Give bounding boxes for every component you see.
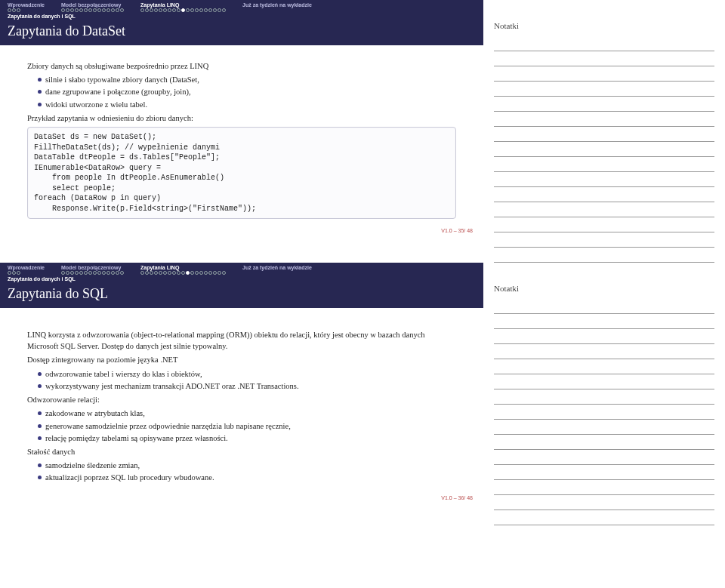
bullet-list: zakodowane w atrybutach klas,generowane …	[27, 408, 456, 444]
progress-dot	[204, 8, 208, 12]
note-line	[494, 450, 714, 465]
progress-dots	[140, 271, 226, 275]
note-line	[494, 97, 714, 112]
progress-dot	[150, 8, 153, 12]
note-line	[494, 480, 714, 495]
progress-dot	[186, 8, 190, 12]
progress-dot	[204, 271, 208, 275]
note-line	[494, 36, 714, 51]
progress-dot	[66, 271, 69, 275]
progress-dot	[8, 271, 11, 275]
progress-dot	[106, 271, 110, 275]
progress-dot	[218, 271, 221, 275]
progress-dot	[97, 8, 101, 12]
progress-dots	[61, 271, 124, 275]
progress-dot	[172, 271, 176, 275]
note-line	[494, 112, 714, 127]
bullet-item: generowane samodzielnie przez odpowiedni…	[38, 420, 456, 432]
progress-dot	[61, 8, 65, 12]
progress-dot	[172, 8, 176, 12]
progress-dot	[177, 8, 180, 12]
progress-dot	[84, 8, 88, 12]
bullet-item: zakodowane w atrybutach klas,	[38, 408, 456, 419]
header-section-label: Wprowadzenie	[8, 2, 45, 8]
note-line	[494, 495, 714, 510]
progress-dot	[150, 271, 153, 275]
note-line	[494, 172, 714, 187]
note-line	[494, 232, 714, 248]
progress-dot	[145, 271, 149, 275]
bullet-item: odwzorowanie tabel i wierszy do klas i o…	[38, 368, 456, 380]
note-line	[494, 405, 714, 420]
header-section: Wprowadzenie	[8, 2, 45, 12]
header-section: Model bezpołączeniowy	[61, 2, 124, 12]
bullet-item: widoki utworzone z wielu tabel.	[38, 99, 456, 110]
progress-dot	[97, 271, 101, 275]
beamer-header: WprowadzenieModel bezpołączeniowyZapytan…	[0, 263, 483, 283]
note-line	[494, 389, 714, 405]
progress-dot	[218, 8, 221, 12]
note-line	[494, 465, 714, 480]
progress-dot	[159, 271, 162, 275]
header-section-label: Zapytania LINQ	[140, 2, 226, 8]
bullet-item: aktualizacji poprzez SQL lub procedury w…	[38, 472, 456, 483]
note-line	[494, 435, 714, 450]
progress-dot	[116, 271, 119, 275]
header-subsection: Zapytania do danych i SQL	[8, 14, 476, 19]
slide2-row: WprowadzenieModel bezpołączeniowyZapytan…	[0, 263, 725, 525]
progress-dot	[66, 8, 69, 12]
progress-dot	[93, 271, 97, 275]
bullet-item: relację pomiędzy tabelami są opisywane p…	[38, 433, 456, 444]
notes-column: Notatki	[483, 0, 725, 263]
progress-dot	[120, 8, 124, 12]
header-section: Wprowadzenie	[8, 265, 45, 275]
header-section: Zapytania LINQ	[140, 2, 226, 12]
progress-dot	[93, 8, 97, 12]
progress-dot	[12, 8, 16, 12]
progress-dot	[199, 271, 203, 275]
bullet-list: odwzorowanie tabel i wierszy do klas i o…	[27, 368, 456, 392]
header-section: Już za tydzień na wykładzie	[242, 2, 312, 12]
notes-column: Notatki	[483, 263, 725, 525]
progress-dot	[163, 8, 167, 12]
bullet-item: silnie i słabo typowalne zbiory danych (…	[38, 74, 456, 85]
note-line	[494, 314, 714, 329]
bullet-list: samodzielne śledzenie zmian,aktualizacji…	[27, 460, 456, 483]
header-section-label: Już za tydzień na wykładzie	[242, 2, 312, 8]
progress-dot	[195, 271, 199, 275]
note-line	[494, 420, 714, 435]
progress-dot	[17, 8, 20, 12]
progress-dot	[140, 8, 144, 12]
progress-dot	[61, 271, 65, 275]
bullet-item: samodzielne śledzenie zmian,	[38, 460, 456, 471]
slide1-row: WprowadzenieModel bezpołączeniowyZapytan…	[0, 0, 725, 263]
progress-dot	[102, 8, 106, 12]
progress-dots	[140, 8, 226, 12]
slide-body: LINQ korzysta z odwzorowania (object-to-…	[0, 308, 483, 491]
progress-dot	[70, 8, 74, 12]
paragraph: Odwzorowanie relacji:	[27, 394, 456, 405]
note-line	[494, 82, 714, 97]
progress-dot	[88, 271, 92, 275]
progress-dot	[84, 271, 88, 275]
header-section-label: Wprowadzenie	[8, 265, 45, 270]
progress-dot	[116, 8, 119, 12]
progress-dot	[213, 271, 217, 275]
progress-dot	[120, 271, 124, 275]
progress-dot	[111, 271, 115, 275]
progress-dot	[213, 8, 217, 12]
note-line	[494, 359, 714, 374]
note-line	[494, 344, 714, 359]
progress-dot	[88, 8, 92, 12]
progress-dots	[8, 8, 45, 12]
progress-dot	[181, 271, 185, 275]
header-section-label: Model bezpołączeniowy	[61, 265, 124, 270]
progress-dot	[163, 271, 167, 275]
slide-body: Zbiory danych są obsługiwane bezpośredni…	[0, 45, 483, 223]
header-section: Model bezpołączeniowy	[61, 265, 124, 275]
progress-dot	[75, 8, 79, 12]
paragraph: Przykład zapytania w odniesieniu do zbio…	[27, 112, 456, 124]
paragraph: Dostęp zintegrowany na poziomie języka .…	[27, 354, 456, 365]
note-line	[494, 299, 714, 314]
note-line	[494, 51, 714, 66]
